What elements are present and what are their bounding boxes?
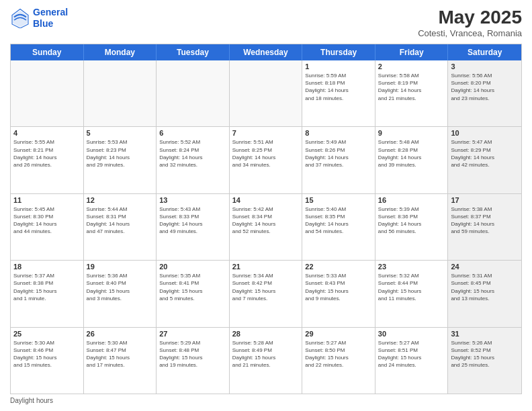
header-day-thursday: Thursday: [302, 44, 375, 60]
footer-note: Daylight hours: [10, 397, 522, 404]
header: General Blue May 2025 Cotesti, Vrancea, …: [10, 7, 522, 38]
day-info: Sunrise: 5:42 AM Sunset: 8:34 PM Dayligh…: [232, 205, 300, 236]
day-info: Sunrise: 5:47 AM Sunset: 8:29 PM Dayligh…: [451, 138, 519, 169]
calendar-cell: 24Sunrise: 5:31 AM Sunset: 8:45 PM Dayli…: [448, 261, 521, 326]
header-day-saturday: Saturday: [448, 44, 521, 60]
month-year-title: May 2025: [418, 7, 522, 28]
calendar-row-0: 1Sunrise: 5:59 AM Sunset: 8:18 PM Daylig…: [11, 60, 521, 127]
calendar-cell: 22Sunrise: 5:33 AM Sunset: 8:43 PM Dayli…: [302, 261, 375, 326]
calendar-cell: 25Sunrise: 5:30 AM Sunset: 8:46 PM Dayli…: [11, 328, 84, 394]
day-info: Sunrise: 5:38 AM Sunset: 8:37 PM Dayligh…: [451, 205, 519, 236]
day-info: Sunrise: 5:36 AM Sunset: 8:40 PM Dayligh…: [87, 272, 154, 302]
day-info: Sunrise: 5:30 AM Sunset: 8:46 PM Dayligh…: [13, 339, 81, 369]
calendar-row-3: 18Sunrise: 5:37 AM Sunset: 8:38 PM Dayli…: [11, 261, 521, 327]
day-number: 9: [378, 129, 445, 137]
location-subtitle: Cotesti, Vrancea, Romania: [418, 28, 522, 38]
calendar-cell: 9Sunrise: 5:48 AM Sunset: 8:28 PM Daylig…: [375, 127, 449, 193]
day-number: 13: [159, 196, 226, 204]
calendar-cell: 21Sunrise: 5:34 AM Sunset: 8:42 PM Dayli…: [230, 261, 303, 326]
day-info: Sunrise: 5:59 AM Sunset: 8:18 PM Dayligh…: [305, 72, 372, 102]
day-number: 4: [13, 129, 81, 137]
calendar-header: SundayMondayTuesdayWednesdayThursdayFrid…: [11, 44, 521, 60]
calendar-row-1: 4Sunrise: 5:55 AM Sunset: 8:21 PM Daylig…: [11, 127, 521, 193]
calendar-cell: 15Sunrise: 5:40 AM Sunset: 8:35 PM Dayli…: [302, 194, 375, 260]
day-number: 3: [451, 62, 519, 71]
calendar-cell: 7Sunrise: 5:51 AM Sunset: 8:25 PM Daylig…: [230, 127, 303, 193]
header-day-wednesday: Wednesday: [230, 44, 303, 60]
calendar-cell: 13Sunrise: 5:43 AM Sunset: 8:33 PM Dayli…: [157, 194, 230, 260]
day-number: 11: [13, 196, 81, 204]
day-number: 25: [13, 330, 81, 338]
calendar-cell: 19Sunrise: 5:36 AM Sunset: 8:40 PM Dayli…: [84, 261, 157, 326]
day-number: 27: [159, 330, 226, 338]
calendar-cell: 2Sunrise: 5:58 AM Sunset: 8:19 PM Daylig…: [375, 60, 449, 126]
day-number: 10: [451, 129, 519, 137]
calendar-cell: 10Sunrise: 5:47 AM Sunset: 8:29 PM Dayli…: [448, 127, 521, 193]
logo: General Blue: [10, 7, 68, 30]
day-number: 16: [378, 196, 445, 204]
day-info: Sunrise: 5:31 AM Sunset: 8:45 PM Dayligh…: [451, 272, 519, 302]
calendar-cell: 27Sunrise: 5:29 AM Sunset: 8:48 PM Dayli…: [157, 328, 230, 394]
page: General Blue May 2025 Cotesti, Vrancea, …: [0, 0, 532, 411]
calendar-cell: 6Sunrise: 5:52 AM Sunset: 8:24 PM Daylig…: [157, 127, 230, 193]
calendar-cell: 20Sunrise: 5:35 AM Sunset: 8:41 PM Dayli…: [157, 261, 230, 326]
day-number: 31: [451, 330, 519, 338]
day-info: Sunrise: 5:53 AM Sunset: 8:23 PM Dayligh…: [87, 138, 154, 169]
calendar-cell: [157, 60, 230, 126]
calendar-cell: 23Sunrise: 5:32 AM Sunset: 8:44 PM Dayli…: [375, 261, 449, 326]
day-info: Sunrise: 5:55 AM Sunset: 8:21 PM Dayligh…: [13, 138, 81, 169]
calendar-row-2: 11Sunrise: 5:45 AM Sunset: 8:30 PM Dayli…: [11, 194, 521, 261]
day-info: Sunrise: 5:33 AM Sunset: 8:43 PM Dayligh…: [305, 272, 372, 302]
calendar-cell: 30Sunrise: 5:27 AM Sunset: 8:51 PM Dayli…: [375, 328, 449, 394]
day-number: 8: [305, 129, 372, 137]
day-number: 30: [378, 330, 445, 338]
day-number: 12: [87, 196, 154, 204]
day-info: Sunrise: 5:34 AM Sunset: 8:42 PM Dayligh…: [232, 272, 300, 302]
day-info: Sunrise: 5:26 AM Sunset: 8:52 PM Dayligh…: [451, 339, 519, 369]
title-block: May 2025 Cotesti, Vrancea, Romania: [418, 7, 522, 38]
calendar-body: 1Sunrise: 5:59 AM Sunset: 8:18 PM Daylig…: [11, 60, 521, 394]
calendar-cell: 1Sunrise: 5:59 AM Sunset: 8:18 PM Daylig…: [302, 60, 375, 126]
calendar-row-4: 25Sunrise: 5:30 AM Sunset: 8:46 PM Dayli…: [11, 328, 521, 394]
calendar-cell: 14Sunrise: 5:42 AM Sunset: 8:34 PM Dayli…: [230, 194, 303, 260]
day-info: Sunrise: 5:48 AM Sunset: 8:28 PM Dayligh…: [378, 138, 445, 169]
day-info: Sunrise: 5:52 AM Sunset: 8:24 PM Dayligh…: [159, 138, 226, 169]
day-number: 18: [13, 263, 81, 271]
day-number: 26: [87, 330, 154, 338]
day-info: Sunrise: 5:29 AM Sunset: 8:48 PM Dayligh…: [159, 339, 226, 369]
day-number: 21: [232, 263, 300, 271]
day-info: Sunrise: 5:43 AM Sunset: 8:33 PM Dayligh…: [159, 205, 226, 236]
day-number: 5: [87, 129, 154, 137]
calendar: SundayMondayTuesdayWednesdayThursdayFrid…: [10, 44, 522, 394]
day-number: 7: [232, 129, 300, 137]
day-info: Sunrise: 5:35 AM Sunset: 8:41 PM Dayligh…: [159, 272, 226, 302]
day-info: Sunrise: 5:56 AM Sunset: 8:20 PM Dayligh…: [451, 72, 519, 102]
header-day-sunday: Sunday: [11, 44, 84, 60]
header-day-monday: Monday: [84, 44, 157, 60]
calendar-cell: 5Sunrise: 5:53 AM Sunset: 8:23 PM Daylig…: [84, 127, 157, 193]
day-info: Sunrise: 5:44 AM Sunset: 8:31 PM Dayligh…: [87, 205, 154, 236]
calendar-cell: 29Sunrise: 5:27 AM Sunset: 8:50 PM Dayli…: [302, 328, 375, 394]
day-number: 15: [305, 196, 372, 204]
day-number: 1: [305, 62, 372, 71]
logo-text: General Blue: [33, 7, 68, 30]
day-number: 17: [451, 196, 519, 204]
calendar-cell: 28Sunrise: 5:28 AM Sunset: 8:49 PM Dayli…: [230, 328, 303, 394]
day-number: 28: [232, 330, 300, 338]
calendar-cell: [11, 60, 84, 126]
calendar-cell: 17Sunrise: 5:38 AM Sunset: 8:37 PM Dayli…: [448, 194, 521, 260]
day-number: 23: [378, 263, 445, 271]
day-info: Sunrise: 5:51 AM Sunset: 8:25 PM Dayligh…: [232, 138, 300, 169]
day-info: Sunrise: 5:27 AM Sunset: 8:50 PM Dayligh…: [305, 339, 372, 369]
header-day-tuesday: Tuesday: [157, 44, 230, 60]
day-info: Sunrise: 5:27 AM Sunset: 8:51 PM Dayligh…: [378, 339, 445, 369]
day-info: Sunrise: 5:32 AM Sunset: 8:44 PM Dayligh…: [378, 272, 445, 302]
day-info: Sunrise: 5:40 AM Sunset: 8:35 PM Dayligh…: [305, 205, 372, 236]
calendar-cell: [230, 60, 303, 126]
calendar-cell: 4Sunrise: 5:55 AM Sunset: 8:21 PM Daylig…: [11, 127, 84, 193]
day-number: 19: [87, 263, 154, 271]
day-info: Sunrise: 5:58 AM Sunset: 8:19 PM Dayligh…: [378, 72, 445, 102]
header-day-friday: Friday: [375, 44, 449, 60]
calendar-cell: 26Sunrise: 5:30 AM Sunset: 8:47 PM Dayli…: [84, 328, 157, 394]
day-number: 14: [232, 196, 300, 204]
